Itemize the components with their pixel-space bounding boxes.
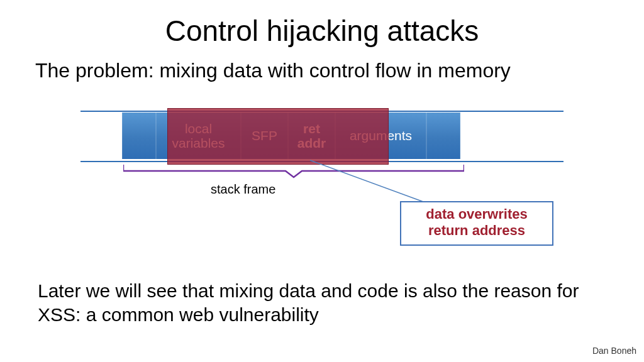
slide-body-text: Later we will see that mixing data and c… [38,279,606,326]
label-sfp: SFP [252,128,277,143]
stack-segment-pad-left [122,112,156,159]
stack-segment-arguments: arguments [335,112,426,159]
stack-segment-sfp: SFP [241,112,288,159]
slide-title: Control hijacking attacks [0,14,644,48]
overflow-callout: data overwrites return address [400,201,553,246]
callout-line1: data overwrites [406,206,547,222]
label-local-vars: local variables [172,121,225,150]
memory-top-border [80,111,564,112]
slide-subtitle: The problem: mixing data with control fl… [35,59,511,82]
stack-frame-bracket [123,165,464,178]
slide: Control hijacking attacks The problem: m… [0,0,644,362]
stack-frame-label: stack frame [211,182,275,197]
label-arguments: arguments [350,128,412,143]
stack-segment-local-vars: local variables [156,112,241,159]
stack-segment-pad-right [426,112,460,159]
stack-diagram: local variables SFP ret addr arguments [80,111,564,161]
callout-line2: return address [406,222,547,239]
author-credit: Dan Boneh [592,346,636,356]
stack-segment-ret-addr: ret addr [288,112,335,159]
memory-bottom-border [80,161,564,162]
label-ret-addr: ret addr [297,121,326,150]
